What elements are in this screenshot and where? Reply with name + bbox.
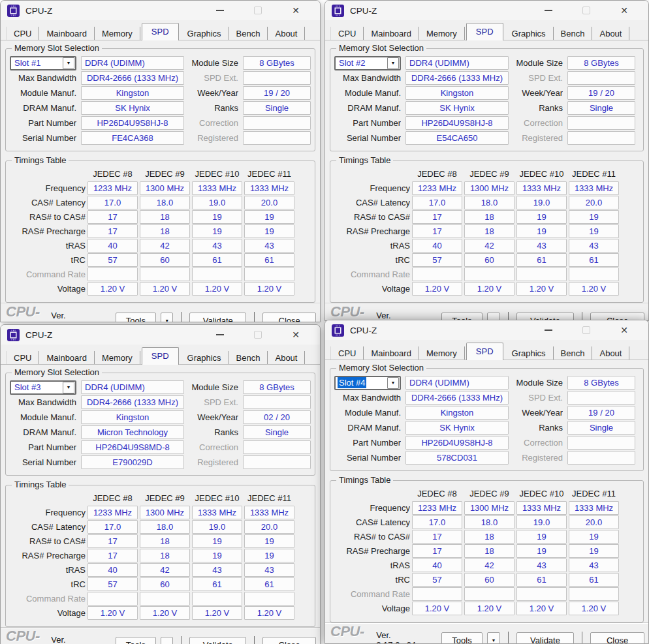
tab-mainboard[interactable]: Mainboard bbox=[39, 27, 94, 40]
ranks-label: Ranks bbox=[513, 423, 563, 433]
validate-button[interactable]: Validate bbox=[516, 632, 575, 644]
tab-graphics[interactable]: Graphics bbox=[180, 27, 229, 40]
dropdown-arrow-button[interactable]: ▼ bbox=[387, 57, 399, 69]
serial-number-field: E54CA650 bbox=[405, 131, 509, 145]
part-number-label: Part Number bbox=[10, 442, 76, 452]
tab-graphics[interactable]: Graphics bbox=[180, 351, 229, 365]
tab-spd[interactable]: SPD bbox=[466, 343, 503, 360]
memory-slot-select[interactable]: Slot #2 ▼ bbox=[334, 56, 401, 70]
tab-about[interactable]: About bbox=[592, 346, 629, 360]
tab-cpu[interactable]: CPU bbox=[330, 27, 364, 40]
tab-bench[interactable]: Bench bbox=[229, 27, 268, 40]
maximize-button[interactable] bbox=[253, 5, 262, 16]
tab-bar: CPU Mainboard Memory SPD Graphics Bench … bbox=[325, 343, 648, 360]
timing-cell: 17.0 bbox=[87, 196, 138, 209]
tools-dropdown-button[interactable]: ▼ bbox=[161, 313, 173, 323]
serial-number-label: Serial Number bbox=[10, 457, 76, 467]
tools-button[interactable]: Tools bbox=[441, 632, 483, 644]
tab-mainboard[interactable]: Mainboard bbox=[39, 351, 94, 365]
memory-slot-select[interactable]: Slot #4 ▼ bbox=[334, 376, 401, 390]
tab-memory[interactable]: Memory bbox=[95, 27, 140, 40]
titlebar[interactable]: CPU-Z ✕ bbox=[325, 320, 648, 340]
tab-bench[interactable]: Bench bbox=[229, 351, 268, 365]
tab-mainboard[interactable]: Mainboard bbox=[364, 27, 419, 40]
maximize-button[interactable] bbox=[582, 325, 591, 335]
dropdown-arrow-button[interactable]: ▼ bbox=[63, 382, 74, 393]
close-button[interactable]: ✕ bbox=[620, 5, 629, 16]
validate-button[interactable]: Validate bbox=[189, 313, 246, 323]
tab-about[interactable]: About bbox=[592, 27, 629, 40]
memory-slot-select[interactable]: Slot #1 ▼ bbox=[10, 56, 76, 70]
max-bandwidth-field: DDR4-2666 (1333 MHz) bbox=[405, 391, 509, 405]
titlebar[interactable]: CPU-Z ✕ bbox=[1, 1, 320, 20]
tools-dropdown-button[interactable]: ▼ bbox=[161, 637, 173, 644]
timing-cell: 1.20 V bbox=[87, 282, 138, 296]
close-button[interactable]: ✕ bbox=[620, 325, 629, 335]
close-window-button[interactable]: Close bbox=[590, 632, 644, 644]
timing-cell: 1.20 V bbox=[87, 606, 138, 620]
timing-cell: 1.20 V bbox=[516, 602, 567, 615]
timing-cell: 1300 MHz bbox=[464, 501, 514, 515]
tab-spd[interactable]: SPD bbox=[466, 23, 503, 40]
minimize-button[interactable] bbox=[215, 330, 225, 340]
tab-bench[interactable]: Bench bbox=[554, 27, 593, 40]
module-manuf-field: Kingston bbox=[81, 86, 184, 100]
timing-row-label: tRAS bbox=[10, 241, 86, 251]
tab-bench[interactable]: Bench bbox=[554, 346, 593, 360]
close-button[interactable]: ✕ bbox=[291, 5, 300, 16]
tab-about[interactable]: About bbox=[268, 351, 305, 365]
tab-cpu[interactable]: CPU bbox=[6, 27, 39, 40]
tools-button[interactable]: Tools bbox=[116, 313, 157, 323]
caption-buttons: ✕ bbox=[544, 5, 643, 16]
group-title: Timings Table bbox=[12, 480, 69, 489]
close-window-button[interactable]: Close bbox=[262, 313, 316, 323]
timing-cell: 19 bbox=[244, 210, 294, 224]
timing-cell: 19 bbox=[569, 544, 619, 558]
memory-slot-select[interactable]: Slot #3 ▼ bbox=[10, 380, 76, 395]
tab-spd[interactable]: SPD bbox=[142, 347, 179, 365]
titlebar[interactable]: CPU-Z ✕ bbox=[325, 1, 648, 20]
jedec-header: JEDEC #9 bbox=[140, 493, 190, 503]
timing-row-label: Voltage bbox=[10, 608, 86, 618]
validate-button[interactable]: Validate bbox=[189, 637, 246, 644]
timing-cell: 1333 MHz bbox=[244, 181, 294, 195]
ranks-label: Ranks bbox=[189, 103, 238, 113]
titlebar[interactable]: CPU-Z ✕ bbox=[1, 325, 320, 345]
tab-memory[interactable]: Memory bbox=[419, 346, 465, 360]
tab-memory[interactable]: Memory bbox=[419, 27, 465, 40]
timing-cell bbox=[412, 587, 462, 601]
tab-graphics[interactable]: Graphics bbox=[505, 27, 554, 40]
footer-divider bbox=[181, 636, 182, 644]
dropdown-arrow-button[interactable]: ▼ bbox=[387, 377, 399, 389]
maximize-button[interactable] bbox=[253, 330, 262, 340]
dropdown-arrow-button[interactable]: ▼ bbox=[63, 57, 74, 69]
window-title: CPU-Z bbox=[25, 330, 52, 340]
module-manuf-field: Kingston bbox=[81, 410, 184, 424]
tab-cpu[interactable]: CPU bbox=[6, 351, 39, 365]
module-size-label: Module Size bbox=[513, 58, 563, 68]
tab-memory[interactable]: Memory bbox=[95, 351, 140, 365]
tab-cpu[interactable]: CPU bbox=[330, 346, 364, 360]
minimize-button[interactable] bbox=[544, 325, 553, 335]
timing-cell: 1333 MHz bbox=[192, 506, 242, 519]
maximize-button[interactable] bbox=[582, 5, 591, 16]
timings-table-group: Timings Table JEDEC #8 JEDEC #9 JEDEC #1… bbox=[5, 485, 315, 627]
close-window-button[interactable]: Close bbox=[262, 637, 316, 644]
tab-spd[interactable]: SPD bbox=[142, 23, 179, 40]
footer-divider bbox=[508, 632, 509, 644]
tools-dropdown-button[interactable]: ▼ bbox=[487, 632, 499, 644]
tab-graphics[interactable]: Graphics bbox=[505, 346, 554, 360]
minimize-button[interactable] bbox=[215, 5, 225, 16]
timing-cell: 19 bbox=[516, 530, 567, 544]
spd-ext-label: SPD Ext. bbox=[189, 73, 238, 83]
tab-about[interactable]: About bbox=[268, 27, 305, 40]
tab-mainboard[interactable]: Mainboard bbox=[364, 346, 419, 360]
minimize-button[interactable] bbox=[544, 5, 553, 16]
timing-cell: 1333 MHz bbox=[244, 506, 294, 519]
close-button[interactable]: ✕ bbox=[291, 330, 300, 340]
timing-row-label: CAS# Latency bbox=[334, 517, 410, 527]
timing-cell: 43 bbox=[192, 239, 242, 253]
timing-row-label: Frequency bbox=[334, 183, 410, 193]
ranks-field: Single bbox=[243, 425, 311, 439]
tools-button[interactable]: Tools bbox=[116, 637, 157, 644]
